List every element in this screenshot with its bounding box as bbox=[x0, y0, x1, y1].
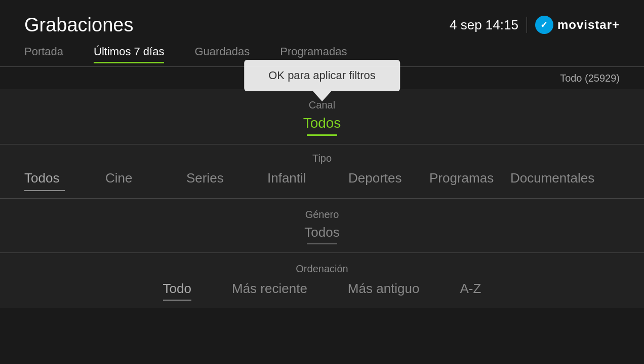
ordenacion-section: Ordenación Todo Más reciente Más antiguo… bbox=[0, 253, 644, 308]
tipo-item-documentales[interactable]: Documentales bbox=[510, 170, 609, 190]
tipo-section: Tipo Todos Cine Series Infantil Deportes… bbox=[0, 144, 644, 199]
tooltip-arrow bbox=[313, 91, 331, 101]
tab-portada[interactable]: Portada bbox=[24, 45, 63, 62]
tipo-item-programas[interactable]: Programas bbox=[429, 170, 510, 190]
ordenacion-items: Todo Más reciente Más antiguo A-Z bbox=[24, 281, 620, 300]
movistar-logo-icon bbox=[535, 16, 553, 34]
tipo-items: Todos Cine Series Infantil Deportes Prog… bbox=[24, 170, 620, 190]
ordenacion-item-mas-reciente[interactable]: Más reciente bbox=[232, 281, 307, 300]
header-divider bbox=[527, 17, 527, 33]
page-title: Grabaciones bbox=[24, 14, 133, 36]
ordenacion-item-az[interactable]: A-Z bbox=[460, 281, 481, 300]
header-datetime: 4 sep 14:15 bbox=[450, 17, 518, 33]
tab-guardadas[interactable]: Guardadas bbox=[194, 45, 250, 62]
tipo-item-cine[interactable]: Cine bbox=[105, 170, 186, 190]
genero-underline bbox=[307, 243, 337, 244]
tipo-item-deportes[interactable]: Deportes bbox=[348, 170, 429, 190]
tipo-item-todos[interactable]: Todos bbox=[24, 170, 105, 190]
ordenacion-label: Ordenación bbox=[24, 263, 620, 275]
canal-underline bbox=[307, 134, 337, 136]
tab-ultimos7dias[interactable]: Últimos 7 días bbox=[94, 45, 164, 62]
ordenacion-item-todo[interactable]: Todo bbox=[163, 281, 191, 300]
tooltip-box: OK para aplicar filtros bbox=[244, 60, 400, 91]
genero-selected[interactable]: Todos bbox=[24, 225, 620, 240]
tooltip-container: OK para aplicar filtros bbox=[244, 60, 400, 101]
genero-label: Género bbox=[24, 209, 620, 221]
header-right: 4 sep 14:15 movistar+ bbox=[450, 16, 620, 34]
total-count: Todo (25929) bbox=[560, 72, 620, 84]
canal-selected[interactable]: Todos bbox=[24, 115, 620, 131]
header: Grabaciones 4 sep 14:15 movistar+ bbox=[0, 0, 644, 41]
tipo-item-series[interactable]: Series bbox=[186, 170, 267, 190]
tipo-item-infantil[interactable]: Infantil bbox=[267, 170, 348, 190]
movistar-logo: movistar+ bbox=[535, 16, 620, 34]
movistar-brand-text: movistar+ bbox=[557, 18, 620, 32]
genero-section: Género Todos bbox=[0, 199, 644, 253]
filter-area: Canal Todos Tipo Todos Cine Series Infan… bbox=[0, 89, 644, 308]
ordenacion-item-mas-antiguo[interactable]: Más antiguo bbox=[348, 281, 420, 300]
tipo-label: Tipo bbox=[24, 153, 620, 164]
